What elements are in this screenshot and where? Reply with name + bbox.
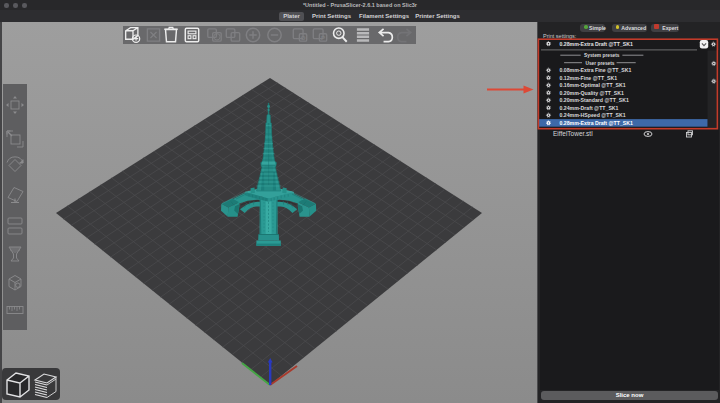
svg-text:0.20mm-Quality @TT_SK1: 0.20mm-Quality @TT_SK1 — [560, 90, 625, 96]
svg-text:0.28mm-Extra Draft @TT_SK1: 0.28mm-Extra Draft @TT_SK1 — [560, 120, 633, 126]
svg-text:User presets: User presets — [585, 61, 614, 66]
svg-text:0.20mm-Standard @TT_SK1: 0.20mm-Standard @TT_SK1 — [560, 97, 629, 103]
svg-text:0.24mm-Draft @TT_SK1: 0.24mm-Draft @TT_SK1 — [560, 105, 619, 111]
svg-text:0.28mm-Extra Draft @TT_SK1: 0.28mm-Extra Draft @TT_SK1 — [560, 41, 633, 47]
svg-text:O: O — [301, 34, 306, 41]
svg-text:0.08mm-Extra Fine @TT_SK1: 0.08mm-Extra Fine @TT_SK1 — [560, 67, 632, 73]
svg-text:0.16mm-Optimal @TT_SK1: 0.16mm-Optimal @TT_SK1 — [560, 82, 626, 88]
svg-text:0.12mm-Fine @TT_SK1: 0.12mm-Fine @TT_SK1 — [560, 75, 618, 81]
svg-text:P: P — [321, 34, 325, 41]
svg-text:0.24mm-HSpeed @TT_SK1: 0.24mm-HSpeed @TT_SK1 — [560, 112, 626, 118]
svg-text:System presets: System presets — [584, 53, 620, 58]
